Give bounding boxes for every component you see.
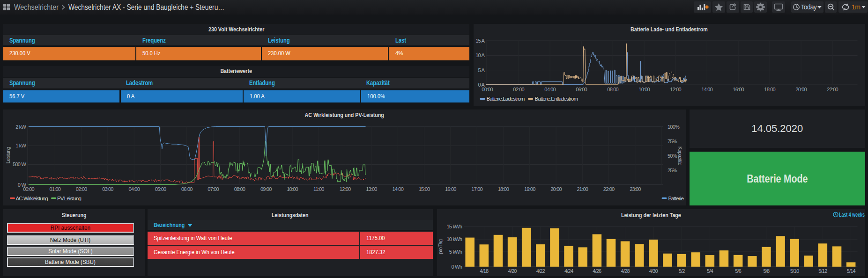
svg-text:19:00: 19:00 [524,186,535,192]
svg-text:4/30: 4/30 [649,268,658,274]
svg-text:5/2: 5/2 [678,268,685,274]
svg-text:01:00: 01:00 [50,186,61,192]
svg-text:13:00: 13:00 [366,186,377,192]
svg-text:18:00: 18:00 [764,87,775,92]
svg-text:18:00: 18:00 [498,186,509,192]
svg-text:2 kW: 2 kW [15,124,26,130]
svg-text:15 A: 15 A [475,38,485,44]
svg-text:08:00: 08:00 [607,87,618,92]
svg-text:5 kWh: 5 kWh [449,249,462,255]
svg-text:09:00: 09:00 [260,186,272,192]
svg-text:04:00: 04:00 [128,186,140,192]
svg-text:1 kW: 1 kW [15,143,26,148]
svg-text:Leistung: Leistung [5,147,11,164]
svg-text:12:00: 12:00 [340,186,351,192]
svg-text:10:00: 10:00 [287,186,298,192]
svg-text:5/10: 5/10 [790,268,799,274]
svg-text:10 A: 10 A [475,52,485,58]
svg-text:1m: 1m [852,3,860,11]
svg-text:pro Tag: pro Tag [438,239,443,254]
svg-text:Batterie: Batterie [668,196,684,201]
svg-text:02:00: 02:00 [513,87,524,92]
svg-text:Last 4 weeks: Last 4 weeks [839,211,865,218]
svg-text:14:00: 14:00 [701,87,712,92]
svg-text:PV.Leistung: PV.Leistung [57,196,82,201]
svg-text:4/28: 4/28 [621,268,630,274]
svg-text:Batterie.Entladestrom: Batterie.Entladestrom [534,96,578,102]
svg-text:5/8: 5/8 [763,268,770,274]
svg-text:5/14: 5/14 [846,268,855,274]
svg-text:00:00: 00:00 [23,186,34,192]
svg-text:14:00: 14:00 [392,186,403,192]
svg-text:4/26: 4/26 [593,268,601,274]
svg-text:07:00: 07:00 [208,186,219,192]
svg-text:03:00: 03:00 [102,186,113,192]
svg-text:10:00: 10:00 [638,87,650,92]
svg-text:06:00: 06:00 [576,87,587,92]
svg-text:0 Wh: 0 Wh [451,263,462,269]
svg-text:22:00: 22:00 [827,87,838,92]
svg-text:05:00: 05:00 [155,186,166,192]
svg-text:11:00: 11:00 [313,186,324,192]
svg-text:50%: 50% [668,153,677,159]
svg-text:Today: Today [801,3,816,11]
svg-text:500 W: 500 W [13,161,26,167]
svg-text:02:00: 02:00 [76,186,87,192]
svg-text:22:00: 22:00 [603,186,615,192]
svg-text:5/4: 5/4 [706,268,713,274]
svg-text:5 A: 5 A [478,67,485,73]
svg-text:17:00: 17:00 [471,186,482,192]
svg-text:4/22: 4/22 [536,268,545,274]
svg-text:Batterie.Ladestrom: Batterie.Ladestrom [486,96,524,102]
svg-text:100%: 100% [668,124,680,130]
svg-text:AC.Wirkleistung: AC.Wirkleistung [16,196,48,201]
svg-text:00:00: 00:00 [482,87,493,92]
svg-text:4/18: 4/18 [480,268,489,274]
svg-text:10 kWh: 10 kWh [446,236,462,242]
svg-text:21:00: 21:00 [577,186,588,192]
svg-text:16:00: 16:00 [733,87,744,92]
svg-text:12:00: 12:00 [670,87,681,92]
svg-text:4/20: 4/20 [508,268,517,274]
svg-text:15 kWh: 15 kWh [446,223,462,229]
svg-text:25%: 25% [668,168,677,173]
svg-text:20:00: 20:00 [795,87,807,92]
svg-text:16:00: 16:00 [445,186,456,192]
svg-text:04:00: 04:00 [544,87,556,92]
svg-text:75%: 75% [668,139,677,144]
svg-text:20:00: 20:00 [550,186,562,192]
svg-text:15:00: 15:00 [419,186,430,192]
svg-text:5/6: 5/6 [735,268,742,274]
svg-text:23:00: 23:00 [630,186,641,192]
svg-text:Kapazität: Kapazität [677,146,683,165]
svg-text:08:00: 08:00 [234,186,245,192]
svg-text:4/24: 4/24 [564,268,573,274]
svg-text:06:00: 06:00 [181,186,193,192]
svg-text:5/12: 5/12 [818,268,827,274]
